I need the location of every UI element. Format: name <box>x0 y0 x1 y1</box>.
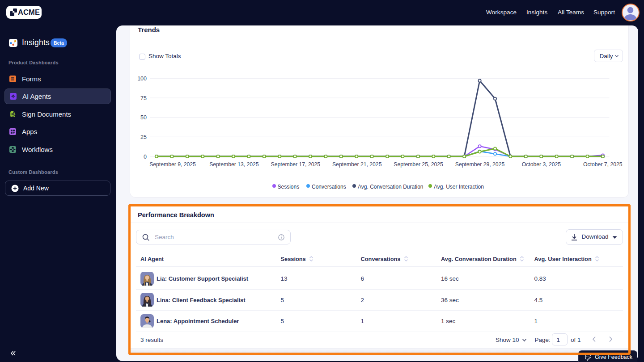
svg-text:October 3, 2025: October 3, 2025 <box>522 161 561 168</box>
svg-text:75: 75 <box>140 95 147 101</box>
svg-text:September 21, 2025: September 21, 2025 <box>332 161 382 168</box>
svg-text:25: 25 <box>140 134 147 140</box>
svg-text:0: 0 <box>144 154 147 160</box>
svg-text:100: 100 <box>137 76 147 82</box>
svg-text:September 29, 2025: September 29, 2025 <box>455 161 505 168</box>
svg-text:September 9, 2025: September 9, 2025 <box>149 161 196 168</box>
svg-text:September 13, 2025: September 13, 2025 <box>209 161 259 168</box>
svg-text:October 7, 2025: October 7, 2025 <box>583 161 623 168</box>
svg-text:50: 50 <box>140 114 147 121</box>
svg-text:September 25, 2025: September 25, 2025 <box>394 161 443 168</box>
svg-text:September 17, 2025: September 17, 2025 <box>271 161 321 168</box>
